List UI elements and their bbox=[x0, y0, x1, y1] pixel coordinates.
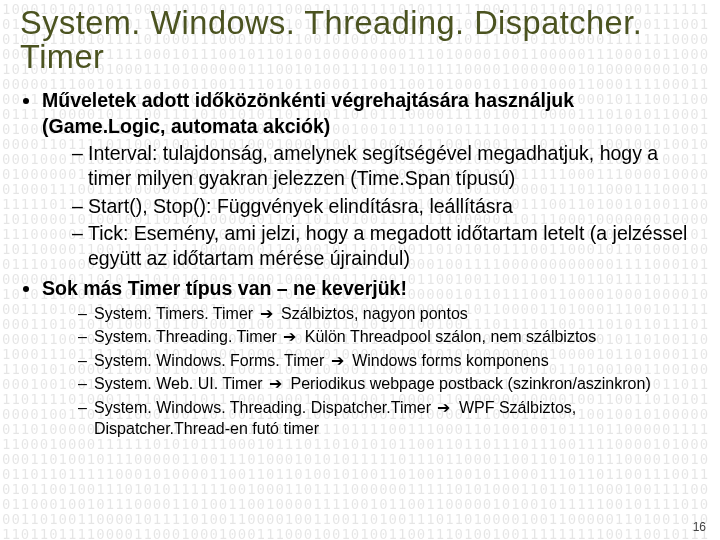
main-list: Műveletek adott időközönkénti végrehajtá… bbox=[20, 88, 702, 439]
page-title: System. Windows. Threading. Dispatcher. … bbox=[20, 6, 702, 74]
sub-item-tick: Tick: Esemény, ami jelzi, hogy a megadot… bbox=[72, 221, 692, 272]
bullet-2-text: Sok más Timer típus van – ne keverjük! bbox=[42, 277, 407, 299]
page-number: 16 bbox=[693, 520, 706, 534]
sub-item-startstop: Start(), Stop(): Függvények elindításra,… bbox=[72, 194, 692, 219]
timer-desc: Szálbiztos, nagyon pontos bbox=[281, 305, 468, 322]
timer-desc: Külön Threadpool szálon, nem szálbiztos bbox=[305, 328, 596, 345]
sub-item-interval: Interval: tulajdonság, amelynek segítség… bbox=[72, 141, 692, 192]
bullet-1: Műveletek adott időközönkénti végrehajtá… bbox=[42, 88, 692, 271]
arrow-icon: ➔ bbox=[437, 397, 450, 418]
sub-list-1: Interval: tulajdonság, amelynek segítség… bbox=[42, 141, 692, 272]
arrow-icon: ➔ bbox=[331, 350, 344, 371]
timer-name: System. Windows. Forms. Timer bbox=[94, 352, 324, 369]
timer-name: System. Timers. Timer bbox=[94, 305, 253, 322]
timer-type-5: System. Windows. Threading. Dispatcher.T… bbox=[78, 397, 692, 440]
timer-type-1: System. Timers. Timer ➔ Szálbiztos, nagy… bbox=[78, 303, 692, 324]
arrow-icon: ➔ bbox=[260, 303, 273, 324]
timer-type-3: System. Windows. Forms. Timer ➔ Windows … bbox=[78, 350, 692, 371]
timer-type-4: System. Web. UI. Timer ➔ Periodikus webp… bbox=[78, 373, 692, 394]
arrow-icon: ➔ bbox=[283, 326, 296, 347]
timer-desc: Periodikus webpage postback (szinkron/as… bbox=[291, 375, 651, 392]
timer-desc: Windows forms komponens bbox=[352, 352, 549, 369]
timer-name: System. Threading. Timer bbox=[94, 328, 277, 345]
slide-content: System. Windows. Threading. Dispatcher. … bbox=[0, 0, 720, 440]
timer-type-2: System. Threading. Timer ➔ Külön Threadp… bbox=[78, 326, 692, 347]
arrow-icon: ➔ bbox=[269, 373, 282, 394]
bullet-2: Sok más Timer típus van – ne keverjük! S… bbox=[42, 276, 692, 440]
bullet-1-text: Műveletek adott időközönkénti végrehajtá… bbox=[42, 89, 574, 136]
sub-list-2: System. Timers. Timer ➔ Szálbiztos, nagy… bbox=[42, 303, 692, 440]
timer-name: System. Windows. Threading. Dispatcher.T… bbox=[94, 399, 431, 416]
timer-name: System. Web. UI. Timer bbox=[94, 375, 263, 392]
